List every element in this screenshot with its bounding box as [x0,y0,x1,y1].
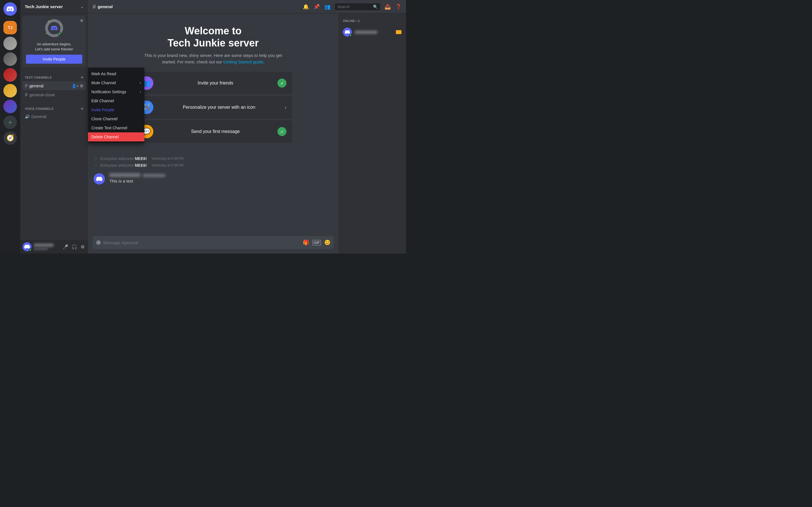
action-card-first-message[interactable]: 💬 Send your first message ✓ [134,120,292,143]
topbar-channel-name: general [98,4,112,9]
message-input[interactable] [103,237,301,248]
text-channels-header[interactable]: TEXT CHANNELS + [22,74,86,81]
notification-bell-icon[interactable]: 🔔 [303,4,309,10]
welcome-description: This is your brand new, shiny server. He… [143,52,284,65]
system-message-2: → Everyone welcome MEE6! Yesterday at 4:… [94,162,333,169]
first-message-check: ✓ [277,127,287,136]
system-arrow-icon-2: → [94,163,98,168]
voice-channel-general[interactable]: 🔊 General [22,113,86,120]
invite-friends-text: Invite your friends [158,80,273,86]
channel-item-general[interactable]: # general 👤+ ⚙ [22,81,86,90]
message-group-1: This is a test [94,171,333,187]
sparkle-decoration-3: ✦ [46,33,48,35]
search-icon: 🔍 [373,4,378,9]
action-card-invite-friends[interactable]: 👥 Invite your friends ✓ [134,72,292,94]
context-menu-notification-settings[interactable]: Notification Settings › [88,87,144,96]
server-icon-2[interactable] [3,37,17,50]
message-author-blurred [109,173,140,177]
context-menu-delete-channel[interactable]: Delete Channel [88,132,144,142]
welcome-popup-text: An adventure begins. Let's add some frie… [26,42,82,52]
voice-channels-label: VOICE CHANNELS [25,107,53,110]
add-server-button[interactable]: + [3,115,17,129]
voice-channel-name: General [31,114,84,119]
deafen-button[interactable]: 🎧 [70,243,79,251]
discord-home-button[interactable] [3,2,17,16]
server-icon-5[interactable] [3,84,17,98]
voice-prefix: 🔊 [25,114,30,119]
settings-icon[interactable]: ⚙ [80,83,84,88]
personalize-arrow: › [285,105,287,110]
action-card-personalize[interactable]: 🛠️ Personalize your server with an icon … [134,96,292,119]
message-header-1 [109,173,333,177]
discover-button[interactable]: 🧭 [3,131,17,145]
context-menu-invite-people[interactable]: Invite People [88,105,144,114]
channel-prefix: # [25,83,28,89]
search-placeholder: Search [337,4,371,9]
text-channels-label: TEXT CHANNELS [25,76,52,79]
message-time-blurred [143,174,165,177]
messages-area: → Everyone welcome MEE6! Yesterday at 4:… [88,151,338,236]
server-dropdown-arrow: ⌄ [81,5,84,9]
server-header[interactable]: Tech Junkie server ⌄ [20,0,88,13]
user-bar-controls: 🎤 🎧 ⚙ [61,243,86,251]
username-blurred [34,244,54,247]
server-icon-3[interactable] [3,52,17,66]
welcome-title: Welcome to Tech Junkie server [99,25,327,49]
add-voice-channel-button[interactable]: + [81,106,84,111]
system-arrow-icon: → [94,156,98,161]
topbar: # general 🔔 📌 👥 Search 🔍 📥 ❓ [88,0,406,13]
channel-prefix-2: # [25,92,28,98]
message-content-1: This is a test [109,173,333,184]
server-list: TJ + 🧭 [0,0,20,253]
context-menu-clone-channel[interactable]: Clone Channel [88,114,144,123]
channel-item-general-clone[interactable]: # general-clone [22,91,86,99]
channel-name-general: general [29,83,71,88]
context-menu-edit-channel[interactable]: Edit Channel [88,96,144,105]
mute-channel-arrow: › [140,81,141,85]
inbox-icon[interactable]: 📥 [385,4,391,10]
voice-channels-header[interactable]: VOICE CHANNELS + [22,105,86,112]
member-avatar [343,27,352,37]
first-message-text: Send your first message [158,129,273,134]
action-cards: 👥 Invite your friends ✓ 🛠️ Personalize y… [134,72,292,144]
member-list: ONLINE—1 [338,13,406,253]
server-icon-6[interactable] [3,100,17,113]
message-input-bar: ⊕ 🎁 GIF 😊 [88,236,338,253]
emoji-button[interactable]: 😊 [324,239,331,245]
context-menu-create-text-channel[interactable]: Create Text Channel [88,123,144,132]
system-message-text-2: Everyone welcome MEE6! [100,163,147,168]
context-menu-mark-as-read[interactable]: Mark As Read [88,69,144,78]
user-settings-button[interactable]: ⚙ [80,243,86,251]
context-menu: Mark As Read Mute Channel › Notification… [88,68,144,143]
message-avatar [94,173,105,184]
channel-name-general-clone: general-clone [29,93,84,97]
voice-channels-section: VOICE CHANNELS + 🔊 General [20,101,88,122]
user-online-dot [29,248,32,251]
add-text-channel-button[interactable]: + [81,75,84,80]
user-bar: 🎤 🎧 ⚙ [20,240,88,253]
help-icon[interactable]: ❓ [395,4,402,10]
message-body-1: This is a test [109,178,333,184]
server-icon-4[interactable] [3,68,17,82]
member-online-indicator [349,34,352,37]
member-item[interactable] [341,26,404,38]
invite-people-popup-button[interactable]: Invite People [26,55,82,64]
channel-hash-icon: # [93,3,96,10]
getting-started-link[interactable]: Getting Started guide [223,59,263,64]
server-icon-tj[interactable]: TJ [3,21,17,34]
invite-icon[interactable]: 👤+ [71,83,79,88]
message-input-wrapper: ⊕ 🎁 GIF 😊 [93,236,334,249]
member-badge [396,30,402,34]
add-attachment-button[interactable]: ⊕ [96,236,101,249]
members-icon[interactable]: 👥 [324,4,331,10]
gif-button[interactable]: GIF [312,240,321,245]
welcome-popup: ✕ ✦ ✦ ✦ An adventure begins. Let's add s… [22,16,86,67]
message-input-tools: 🎁 GIF 😊 [303,239,331,245]
gift-button[interactable]: 🎁 [303,239,309,245]
pin-icon[interactable]: 📌 [313,4,320,10]
search-bar[interactable]: Search 🔍 [335,3,380,10]
mute-button[interactable]: 🎤 [61,243,69,251]
member-name-blurred [355,31,377,34]
user-info [34,244,59,250]
context-menu-mute-channel[interactable]: Mute Channel › [88,78,144,87]
